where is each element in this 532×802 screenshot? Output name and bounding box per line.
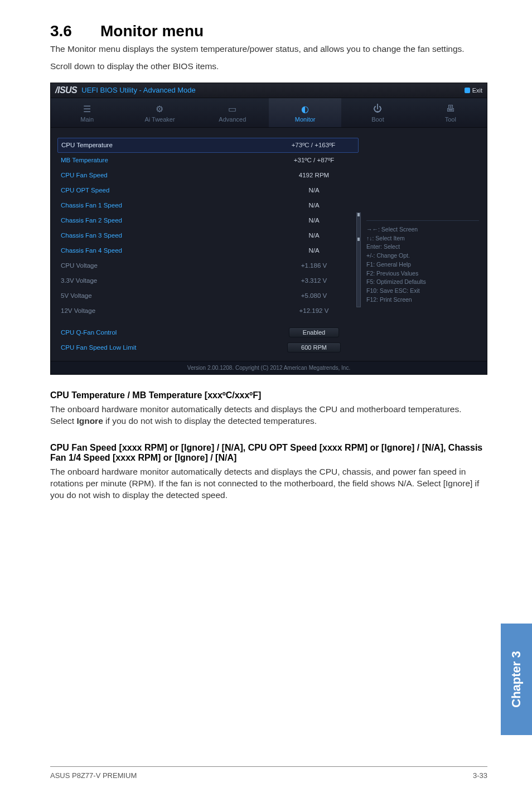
tab-label: Monitor bbox=[295, 116, 316, 123]
subsection-2-body: The onboard hardware monitor automatical… bbox=[50, 466, 487, 501]
section-number: 3.6 bbox=[50, 22, 100, 40]
row-label: CPU Fan Speed Low Limit bbox=[61, 344, 269, 351]
row-value: +1.186 V bbox=[269, 262, 359, 269]
help-line: →←: Select Screen bbox=[366, 225, 479, 234]
row-label: Chassis Fan 1 Speed bbox=[61, 202, 269, 209]
help-line: F5: Optimized Defaults bbox=[366, 278, 479, 287]
chapter-tab: Chapter 3 bbox=[501, 624, 532, 735]
row-qfan-control[interactable]: CPU Q-Fan Control Enabled bbox=[61, 325, 359, 340]
tab-advanced[interactable]: ▭ Advanced bbox=[196, 98, 269, 127]
help-line: F10: Save ESC: Exit bbox=[366, 287, 479, 296]
row-label: 3.3V Voltage bbox=[61, 277, 269, 284]
row-12v-voltage[interactable]: 12V Voltage +12.192 V bbox=[61, 303, 359, 318]
row-value: +31ºC / +87ºF bbox=[269, 157, 359, 163]
bios-footer: Version 2.00.1208. Copyright (C) 2012 Am… bbox=[51, 361, 487, 374]
tab-tool[interactable]: 🖶 Tool bbox=[414, 98, 487, 127]
help-line: Enter: Select bbox=[366, 243, 479, 252]
bios-titlebar: /ISUS UEFI BIOS Utility - Advanced Mode … bbox=[51, 83, 487, 98]
chapter-tab-label: Chapter 3 bbox=[509, 651, 524, 707]
footer-right: 3-33 bbox=[473, 771, 487, 780]
help-line: +/-: Change Opt. bbox=[366, 252, 479, 260]
bios-item-list: CPU Temperature +73ºC / +163ºF MB Temper… bbox=[51, 128, 359, 361]
help-line: ↑↓: Select Item bbox=[366, 234, 479, 243]
subsection-1-heading: CPU Temperature / MB Temperature [xxxºC/… bbox=[50, 390, 487, 400]
subsection-2-heading: CPU Fan Speed [xxxx RPM] or [Ignore] / [… bbox=[50, 443, 487, 463]
help-line: F12: Print Screen bbox=[366, 296, 479, 305]
row-cpu-opt-speed[interactable]: CPU OPT Speed N/A bbox=[61, 183, 359, 198]
help-line: F1: General Help bbox=[366, 260, 479, 269]
row-fan-low-limit[interactable]: CPU Fan Speed Low Limit 600 RPM bbox=[61, 340, 359, 355]
exit-button[interactable]: Exit bbox=[465, 87, 482, 94]
brand-logo: /ISUS bbox=[55, 85, 77, 95]
row-value: 600 RPM bbox=[269, 342, 359, 352]
help-text: →←: Select Screen ↑↓: Select Item Enter:… bbox=[366, 220, 479, 305]
tab-label: Main bbox=[80, 116, 94, 123]
value-pill[interactable]: 600 RPM bbox=[287, 342, 341, 352]
row-value: N/A bbox=[269, 217, 359, 224]
row-value: N/A bbox=[269, 232, 359, 239]
row-value: +12.192 V bbox=[269, 307, 359, 314]
section-name: Monitor menu bbox=[100, 22, 204, 40]
tab-label: Boot bbox=[371, 116, 384, 123]
tab-monitor[interactable]: ◐ Monitor bbox=[269, 98, 341, 127]
tab-ai-tweaker[interactable]: ⚙ Ai Tweaker bbox=[123, 98, 196, 127]
tool-icon: 🖶 bbox=[414, 104, 487, 114]
row-value: +73ºC / +163ºF bbox=[269, 142, 358, 148]
row-label: Chassis Fan 3 Speed bbox=[61, 232, 269, 239]
row-label: 5V Voltage bbox=[61, 292, 269, 299]
tab-main[interactable]: ☰ Main bbox=[51, 98, 123, 127]
row-label: Chassis Fan 4 Speed bbox=[61, 247, 269, 254]
chip-icon: ▭ bbox=[196, 104, 269, 114]
row-value: +3.312 V bbox=[269, 277, 359, 284]
row-cpu-fan-speed[interactable]: CPU Fan Speed 4192 RPM bbox=[61, 168, 359, 183]
tab-label: Advanced bbox=[219, 116, 246, 123]
row-label: CPU Q-Fan Control bbox=[61, 329, 269, 336]
help-line: F2: Previous Values bbox=[366, 269, 479, 278]
bios-tabs: ☰ Main ⚙ Ai Tweaker ▭ Advanced ◐ Monitor… bbox=[51, 98, 487, 128]
section-heading: 3.6Monitor menu bbox=[50, 22, 487, 40]
exit-icon bbox=[465, 88, 470, 93]
bios-title: UEFI BIOS Utility - Advanced Mode bbox=[81, 86, 195, 94]
list-icon: ☰ bbox=[51, 104, 123, 114]
bios-window: /ISUS UEFI BIOS Utility - Advanced Mode … bbox=[50, 83, 487, 375]
row-3v3-voltage[interactable]: 3.3V Voltage +3.312 V bbox=[61, 273, 359, 288]
page-footer: ASUS P8Z77-V PREMIUM 3-33 bbox=[50, 766, 487, 780]
row-cpu-voltage[interactable]: CPU Voltage +1.186 V bbox=[61, 258, 359, 273]
row-mb-temperature[interactable]: MB Temperature +31ºC / +87ºF bbox=[61, 153, 359, 168]
row-chassis-fan-3[interactable]: Chassis Fan 3 Speed N/A bbox=[61, 228, 359, 243]
row-label: 12V Voltage bbox=[61, 307, 269, 314]
row-cpu-temperature[interactable]: CPU Temperature +73ºC / +163ºF bbox=[57, 138, 359, 153]
gauge-icon: ◐ bbox=[269, 104, 341, 114]
row-label: CPU Fan Speed bbox=[61, 172, 269, 178]
footer-left: ASUS P8Z77-V PREMIUM bbox=[50, 771, 137, 780]
gear-icon: ⚙ bbox=[123, 104, 196, 114]
bios-help-panel: →←: Select Screen ↑↓: Select Item Enter:… bbox=[359, 128, 487, 361]
row-value: N/A bbox=[269, 247, 359, 254]
row-value: 4192 RPM bbox=[269, 172, 359, 178]
row-label: CPU Voltage bbox=[61, 262, 269, 269]
intro-paragraph-1: The Monitor menu displays the system tem… bbox=[50, 44, 487, 55]
subsection-1-body: The onboard hardware monitor automatical… bbox=[50, 404, 487, 427]
row-label: CPU OPT Speed bbox=[61, 187, 269, 194]
intro-paragraph-2: Scroll down to display the other BIOS it… bbox=[50, 61, 487, 73]
value-pill[interactable]: Enabled bbox=[289, 327, 339, 337]
row-label: CPU Temperature bbox=[61, 142, 269, 148]
tab-boot[interactable]: ⏻ Boot bbox=[341, 98, 414, 127]
row-chassis-fan-1[interactable]: Chassis Fan 1 Speed N/A bbox=[61, 198, 359, 213]
row-chassis-fan-4[interactable]: Chassis Fan 4 Speed N/A bbox=[61, 243, 359, 258]
tab-label: Ai Tweaker bbox=[144, 116, 175, 123]
row-chassis-fan-2[interactable]: Chassis Fan 2 Speed N/A bbox=[61, 213, 359, 228]
row-value: Enabled bbox=[269, 327, 359, 337]
row-value: N/A bbox=[269, 187, 359, 194]
row-label: Chassis Fan 2 Speed bbox=[61, 217, 269, 224]
row-label: MB Temperature bbox=[61, 157, 269, 163]
power-icon: ⏻ bbox=[341, 104, 414, 114]
row-value: +5.080 V bbox=[269, 292, 359, 299]
row-5v-voltage[interactable]: 5V Voltage +5.080 V bbox=[61, 288, 359, 303]
row-value: N/A bbox=[269, 202, 359, 209]
tab-label: Tool bbox=[445, 116, 456, 123]
exit-label: Exit bbox=[472, 87, 482, 94]
